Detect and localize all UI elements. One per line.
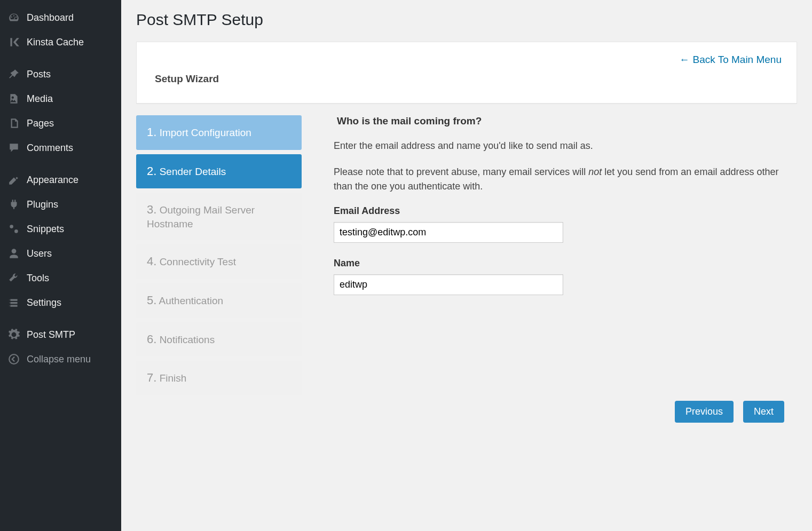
sidebar-item-dashboard[interactable]: Dashboard (0, 5, 121, 30)
arrow-left-icon: ← (679, 54, 689, 66)
sidebar-item-appearance[interactable]: Appearance (0, 168, 121, 192)
gear-icon (7, 328, 20, 341)
step-sender-details[interactable]: 2. Sender Details (136, 154, 302, 189)
sidebar-item-label: Media (27, 93, 53, 105)
sidebar-item-label: Posts (27, 69, 51, 80)
dashboard-icon (7, 11, 20, 24)
card-title: Setup Wizard (155, 73, 778, 85)
svg-point-0 (9, 354, 19, 364)
sidebar-collapse-label: Collapse menu (27, 354, 91, 365)
plugins-icon (7, 198, 20, 211)
tools-icon (7, 272, 20, 284)
pages-icon (7, 117, 20, 130)
sidebar-item-label: Post SMTP (27, 329, 75, 340)
sidebar-item-comments[interactable]: Comments (0, 136, 121, 160)
comments-icon (7, 141, 20, 154)
sidebar-item-kinsta[interactable]: Kinsta Cache (0, 30, 121, 54)
sidebar-item-label: Pages (27, 118, 54, 129)
email-field[interactable] (334, 222, 563, 243)
sidebar-item-posts[interactable]: Posts (0, 62, 121, 86)
wizard-content: Who is the mail coming from? Enter the e… (334, 115, 797, 395)
sidebar-item-label: Users (27, 248, 52, 259)
wizard-area: 1. Import Configuration 2. Sender Detail… (136, 115, 797, 395)
kinsta-icon (7, 36, 20, 49)
back-link-label: Back To Main Menu (692, 54, 782, 66)
form-description-2: Please note that to prevent abuse, many … (334, 165, 786, 194)
name-field[interactable] (334, 274, 563, 295)
sidebar-item-label: Dashboard (27, 12, 74, 23)
sidebar-item-label: Kinsta Cache (27, 37, 84, 48)
form-description-1: Enter the email address and name you'd l… (334, 139, 786, 153)
pin-icon (7, 68, 20, 81)
appearance-icon (7, 173, 20, 186)
back-to-main-link[interactable]: ← Back To Main Menu (679, 54, 782, 66)
sidebar-item-users[interactable]: Users (0, 241, 121, 266)
sidebar-item-plugins[interactable]: Plugins (0, 192, 121, 217)
admin-sidebar: Dashboard Kinsta Cache Posts Media Pages… (0, 0, 121, 531)
step-outgoing-mail-server: 3. Outgoing Mail Server Hostname (136, 193, 302, 240)
sidebar-item-label: Comments (27, 142, 73, 154)
sidebar-item-media[interactable]: Media (0, 86, 121, 111)
main-content: Post SMTP Setup ← Back To Main Menu Setu… (121, 0, 812, 531)
step-finish: 7. Finish (136, 361, 302, 395)
page-title: Post SMTP Setup (136, 11, 797, 29)
sidebar-item-tools[interactable]: Tools (0, 266, 121, 290)
step-connectivity-test: 4. Connectivity Test (136, 244, 302, 279)
sidebar-item-label: Settings (27, 297, 61, 308)
collapse-icon (7, 353, 20, 366)
users-icon (7, 247, 20, 260)
step-authentication: 5. Authentication (136, 283, 302, 318)
media-icon (7, 92, 20, 105)
sidebar-item-label: Plugins (27, 199, 58, 210)
wizard-steps: 1. Import Configuration 2. Sender Detail… (136, 115, 302, 395)
sidebar-item-snippets[interactable]: Snippets (0, 217, 121, 241)
email-label: Email Address (334, 205, 786, 217)
sidebar-item-settings[interactable]: Settings (0, 290, 121, 315)
snippets-icon (7, 223, 20, 235)
name-label: Name (334, 258, 786, 269)
sidebar-item-post-smtp[interactable]: Post SMTP (0, 322, 121, 347)
wizard-buttons: Previous Next (136, 395, 797, 423)
next-button[interactable]: Next (743, 401, 784, 423)
sidebar-item-label: Snippets (27, 224, 64, 235)
sidebar-item-pages[interactable]: Pages (0, 111, 121, 136)
sidebar-item-label: Appearance (27, 175, 78, 186)
step-import-configuration[interactable]: 1. Import Configuration (136, 115, 302, 150)
form-heading: Who is the mail coming from? (337, 115, 786, 127)
sidebar-item-label: Tools (27, 273, 49, 284)
step-notifications: 6. Notifications (136, 322, 302, 357)
settings-icon (7, 296, 20, 309)
previous-button[interactable]: Previous (675, 401, 734, 423)
sidebar-collapse[interactable]: Collapse menu (0, 347, 121, 371)
setup-card: ← Back To Main Menu Setup Wizard (136, 42, 797, 104)
